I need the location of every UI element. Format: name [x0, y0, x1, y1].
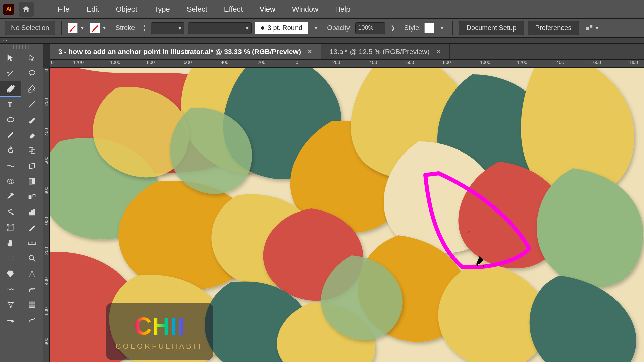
caret-up-icon: ▴ — [142, 24, 148, 28]
home-button[interactable] — [19, 2, 34, 17]
svg-text:+: + — [12, 84, 14, 88]
tool-grid: + T — [0, 50, 43, 328]
chevron-down-icon: ▾ — [78, 23, 87, 33]
mesh-tool[interactable] — [21, 297, 43, 312]
selection-tool[interactable] — [0, 50, 21, 66]
document-tab-bar: 3 - how to add an anchor point in Illust… — [50, 44, 644, 60]
canvas-area[interactable]: × + CHII COLORFULHABIT — [50, 68, 644, 362]
lasso-tool[interactable] — [21, 66, 43, 81]
curvature-tool[interactable] — [21, 81, 43, 97]
blend-tool[interactable] — [21, 189, 43, 204]
style-label: Style: — [404, 24, 421, 32]
align-to-dropdown[interactable]: ▾ — [585, 23, 598, 33]
slice-tool[interactable] — [21, 220, 43, 235]
menu-object[interactable]: Object — [110, 3, 143, 16]
ruler-tick: 1000 — [480, 60, 490, 65]
svg-rect-7 — [29, 147, 33, 151]
measure-tool[interactable] — [21, 235, 43, 251]
opacity-more[interactable]: ❯ — [389, 22, 397, 34]
smooth-tool[interactable] — [21, 312, 43, 328]
eraser-tool[interactable] — [21, 127, 43, 143]
menu-view[interactable]: View — [254, 3, 281, 16]
fill-swatch-combo[interactable]: ▾ — [68, 23, 87, 33]
scale-tool[interactable] — [21, 143, 43, 158]
dot-icon — [261, 26, 264, 30]
direct-selection-tool[interactable] — [21, 50, 43, 66]
svg-rect-20 — [34, 209, 35, 215]
opacity-label: Opacity: — [327, 24, 352, 32]
menu-window[interactable]: Window — [286, 3, 324, 16]
ruler-tick: 600 — [44, 307, 49, 315]
shape-builder-tool[interactable] — [0, 174, 21, 189]
knife-tool[interactable] — [0, 312, 21, 328]
warp-tool[interactable] — [21, 282, 43, 297]
menu-help[interactable]: Help — [329, 3, 356, 16]
panel-collapse-strip[interactable]: ‹‹ — [0, 38, 644, 44]
pen-tool[interactable]: + — [0, 81, 21, 97]
home-icon — [22, 5, 31, 14]
free-transform-tool[interactable] — [21, 158, 43, 174]
stroke-swatch-icon — [90, 23, 100, 33]
zoom-tool[interactable] — [21, 251, 43, 266]
ruler-tick: 0 — [44, 69, 49, 72]
stroke-swatch-combo[interactable]: ▾ — [90, 23, 109, 33]
variable-width-profile[interactable]: ▾ — [188, 22, 252, 34]
wrinkle-tool[interactable] — [0, 282, 21, 297]
ruler-tick: 200 — [258, 60, 265, 65]
line-tool[interactable] — [21, 97, 43, 112]
menu-file[interactable]: File — [52, 3, 75, 16]
style-swatch-icon[interactable] — [424, 23, 434, 33]
brush-definition[interactable]: 3 pt. Round — [255, 22, 308, 34]
eyedropper-tool[interactable] — [0, 189, 21, 204]
perspective-tool[interactable] — [21, 266, 43, 282]
hand-tool[interactable] — [0, 235, 21, 251]
align-icon — [585, 23, 594, 33]
preferences-button[interactable]: Preferences — [528, 21, 579, 35]
close-icon[interactable]: × — [308, 47, 312, 56]
live-paint-tool[interactable] — [0, 266, 21, 282]
panel-grip-icon[interactable]: ┃┃┃┃┃┃ — [0, 44, 43, 50]
brush-dropdown[interactable]: ▾ — [312, 22, 320, 34]
menu-edit[interactable]: Edit — [80, 3, 105, 16]
gradient-tool[interactable] — [21, 174, 43, 189]
column-graph-tool[interactable] — [21, 204, 43, 220]
ellipse-tool[interactable] — [0, 112, 21, 127]
shaper-tool[interactable] — [0, 251, 21, 266]
ruler-vertical[interactable]: 0 200 400 600 800 000 200 400 600 800 — [43, 68, 50, 362]
style-dropdown[interactable]: ▾ — [438, 23, 446, 33]
stroke-label: Stroke: — [115, 24, 137, 32]
tab-active-document[interactable]: 3 - how to add an anchor point in Illust… — [50, 44, 321, 59]
magic-wand-tool[interactable] — [0, 66, 21, 81]
menu-bar: Ai File Edit Object Type Select Effect V… — [0, 0, 644, 19]
anchor-marker-icon: × — [468, 230, 470, 233]
opacity-field[interactable]: 100% — [355, 22, 385, 34]
menu-type[interactable]: Type — [148, 3, 176, 16]
ruler-horizontal[interactable]: 0 1200 1000 800 600 400 200 0 200 400 60… — [50, 60, 644, 68]
menu-select[interactable]: Select — [181, 3, 213, 16]
rotate-tool[interactable] — [0, 143, 21, 158]
document-setup-button[interactable]: Document Setup — [459, 21, 524, 35]
close-icon[interactable]: × — [436, 47, 441, 56]
puppet-warp-tool[interactable] — [0, 297, 21, 312]
svg-rect-21 — [8, 225, 13, 230]
pencil-tool[interactable] — [0, 127, 21, 143]
paintbrush-tool[interactable] — [21, 112, 43, 127]
svg-point-2 — [8, 90, 9, 92]
menu-effect[interactable]: Effect — [218, 3, 249, 16]
width-tool[interactable] — [0, 158, 21, 174]
ruler-tick: 800 — [147, 60, 155, 65]
stroke-weight-field[interactable]: ▾ — [151, 22, 184, 34]
svg-point-6 — [7, 118, 14, 122]
svg-point-16 — [10, 209, 11, 210]
stroke-weight-stepper[interactable]: ▴▾ — [142, 24, 148, 32]
symbol-sprayer-tool[interactable] — [0, 204, 21, 220]
opacity-value: 100% — [358, 24, 374, 32]
ruler-tick: 1400 — [554, 60, 564, 65]
ruler-tick: 400 — [221, 60, 228, 65]
artboard-tool[interactable] — [0, 220, 21, 235]
tab-document-2[interactable]: 13.ai* @ 12.5 % (RGB/Preview) × — [321, 44, 450, 59]
type-tool[interactable]: T — [0, 97, 21, 112]
chevron-down-icon: ▾ — [100, 23, 109, 33]
ruler-tick: 1600 — [591, 60, 601, 65]
svg-rect-12 — [29, 178, 32, 184]
